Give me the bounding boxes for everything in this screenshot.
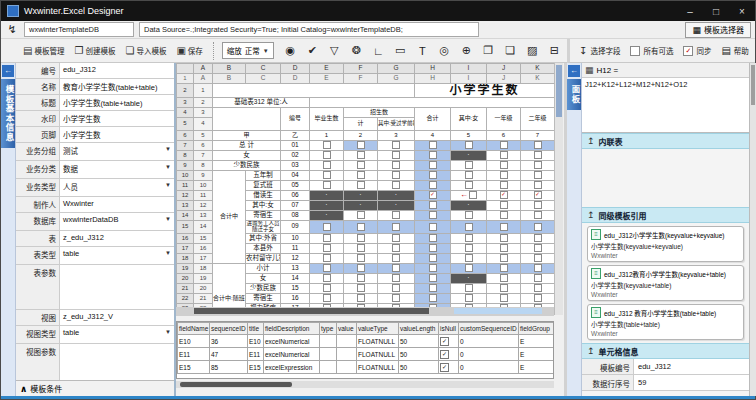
ruler-horizontal-icon[interactable]: ▭ [390, 41, 411, 61]
sheet-cell[interactable] [521, 170, 555, 180]
sheet-cell[interactable] [487, 200, 521, 210]
cell-checkbox[interactable] [323, 141, 331, 149]
cell-checkbox[interactable] [465, 181, 473, 189]
cell-checkbox[interactable] [534, 264, 542, 272]
connection-string-input[interactable]: Data Source=.;Integrated Security=True; … [139, 22, 479, 37]
cell-checkbox[interactable] [357, 234, 365, 242]
row-header[interactable]: 21 [177, 283, 194, 293]
row-header[interactable]: 19 [177, 263, 194, 273]
sheet-cell[interactable] [521, 293, 555, 303]
cell-checkbox[interactable] [323, 151, 331, 159]
cell-info-value[interactable]: edu_J312 [634, 359, 749, 374]
sheet-cell[interactable] [415, 263, 451, 273]
cell-checkbox[interactable] [534, 234, 542, 242]
field-value-input[interactable]: 小学学生数 [60, 127, 174, 142]
cell-checkbox[interactable] [429, 284, 437, 292]
row-header[interactable]: 7 [177, 140, 194, 150]
ruler-corner-icon[interactable]: ∟ [368, 41, 389, 61]
sheet-cell[interactable] [310, 283, 344, 293]
cell-checkbox[interactable] [465, 211, 473, 219]
row-header[interactable]: 16 [177, 233, 194, 243]
column-header-I[interactable]: I [451, 64, 487, 74]
all-optional-checkbox[interactable]: 所有可选 [627, 43, 676, 58]
cell-checkbox[interactable] [392, 151, 400, 159]
sheet-cell[interactable] [521, 233, 555, 243]
sheet-cell[interactable] [310, 140, 344, 150]
sheet-cell[interactable] [521, 273, 555, 283]
sheet-cell[interactable] [487, 140, 521, 150]
cell-checkbox[interactable] [465, 141, 473, 149]
sheet-cell[interactable] [344, 293, 378, 303]
sheet-cell[interactable] [310, 273, 344, 283]
cell-checkbox[interactable] [429, 181, 437, 189]
cell-checkbox[interactable] [500, 294, 508, 302]
cell-checkbox[interactable] [500, 254, 508, 262]
cell-checkbox[interactable] [429, 234, 437, 242]
cell-checkbox[interactable] [429, 294, 437, 302]
sheet-cell[interactable] [415, 283, 451, 293]
sheet-vertical-scrollbar[interactable] [554, 63, 563, 315]
sheet-cell[interactable] [378, 160, 415, 170]
sheet-cell[interactable] [378, 140, 415, 150]
cell-checkbox[interactable] [392, 254, 400, 262]
sheet-cell[interactable] [415, 150, 451, 160]
cell-checkbox[interactable] [357, 284, 365, 292]
row-header[interactable]: 20 [177, 273, 194, 283]
field-table-row[interactable]: E1147E11excelNumericalFLOATNULL50✓0E [178, 348, 555, 361]
sheet-cell[interactable] [521, 200, 555, 210]
field-column-valueType[interactable]: valueType [357, 323, 399, 335]
cell-checkbox[interactable] [429, 274, 437, 282]
sheet-cell[interactable] [451, 210, 487, 220]
field-value-input[interactable]: Wxwinter [60, 197, 174, 212]
sheet-cell[interactable] [451, 140, 487, 150]
field-value-dropdown[interactable]: wxwinterDataDB▼ [60, 213, 174, 230]
row-header[interactable]: 15 [177, 220, 194, 233]
target-icon[interactable]: ◎ [434, 41, 455, 61]
sheet-cell[interactable] [415, 253, 451, 263]
sheet-cell[interactable] [487, 210, 521, 220]
cell-checkbox[interactable] [323, 294, 331, 302]
column-header-C[interactable]: C [246, 64, 281, 74]
cell-checkbox[interactable] [323, 264, 331, 272]
row-header[interactable]: 14 [177, 210, 194, 220]
cell-checkbox[interactable] [465, 264, 473, 272]
cell-checkbox[interactable] [465, 161, 473, 169]
cell-checkbox[interactable] [429, 161, 437, 169]
sheet-cell[interactable] [378, 243, 415, 253]
cell-checkbox[interactable] [429, 244, 437, 252]
row-header[interactable]: 8 [177, 150, 194, 160]
sheet-cell[interactable] [378, 273, 415, 283]
sheet-cell[interactable] [378, 233, 415, 243]
field-value-input[interactable] [60, 344, 174, 380]
sheet-cell[interactable] [344, 283, 378, 293]
template-condition-bar[interactable]: ∧ 模板条件 [16, 380, 174, 396]
cell-checkbox[interactable] [500, 223, 508, 231]
column-header-G[interactable]: G [378, 64, 415, 74]
panel-pin-icon[interactable]: ← [568, 65, 580, 77]
cell-checkbox[interactable] [500, 211, 508, 219]
sheet-horizontal-scrollbar[interactable] [176, 307, 554, 316]
row-header[interactable]: 1 [177, 74, 194, 84]
cell-checkbox[interactable] [323, 284, 331, 292]
field-column-sequenceID[interactable]: sequenceID [210, 323, 248, 335]
sheet-cell[interactable]: ✓ [521, 190, 555, 200]
sheet-cell[interactable] [415, 233, 451, 243]
column-header-K[interactable]: K [521, 64, 555, 74]
sheet-cell[interactable] [310, 220, 344, 233]
sheet-cell[interactable] [310, 263, 344, 273]
column-header-F[interactable]: F [344, 64, 378, 74]
cell-checkbox[interactable] [429, 254, 437, 262]
sheet-cell[interactable] [451, 293, 487, 303]
minimize-button[interactable]: – [677, 6, 703, 17]
cell-checkbox[interactable] [500, 274, 508, 282]
scrollbar-thumb[interactable] [751, 65, 755, 105]
cell-checkbox[interactable] [392, 234, 400, 242]
sheet-cell[interactable] [487, 160, 521, 170]
field-column-fieldGroup[interactable]: fieldGroup [519, 323, 555, 335]
sheet-cell[interactable] [521, 180, 555, 190]
field-value-dropdown[interactable]: table▼ [60, 247, 174, 264]
cell-checkbox[interactable] [429, 201, 437, 209]
sheet-cell[interactable] [378, 170, 415, 180]
sheet-cell[interactable] [344, 233, 378, 243]
row-header[interactable]: 22 [177, 293, 194, 303]
